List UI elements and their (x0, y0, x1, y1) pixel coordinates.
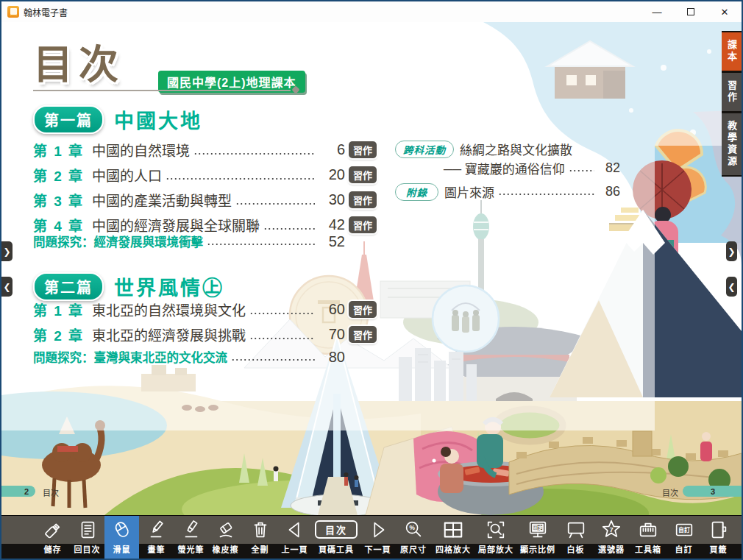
toc-row[interactable]: 第 2 章 中國的人口 20 (33, 163, 345, 185)
eraser-icon (215, 516, 237, 543)
toc-row-explore[interactable]: 問題探究：經濟發展與環境衝擊 52 (33, 232, 345, 251)
minimize-button[interactable]: — (640, 1, 674, 22)
cross-activity-subtitle: ── 寶藏巖的通俗信仰 (444, 159, 565, 177)
workbook-badge[interactable]: 習作 (349, 216, 377, 233)
four-grid-zoom-button[interactable]: 四格放大 (432, 516, 474, 559)
page-tabs-button[interactable]: 頁籤 (701, 516, 736, 559)
section-2-name: 世界風情㊤ (114, 272, 224, 301)
appendix-title: 圖片來源 (444, 182, 494, 201)
dot-leader (207, 243, 315, 246)
cross-activity-row-2[interactable]: ── 寶藏巖的通俗信仰 82 (395, 159, 620, 177)
pen-icon (146, 516, 168, 543)
delete-all-button[interactable]: 全刪 (243, 516, 277, 559)
workbook-badge[interactable]: 習作 (349, 166, 377, 183)
app-logo-icon (7, 6, 19, 18)
maximize-icon (687, 8, 694, 15)
prev-page-button[interactable]: 上一頁 (277, 516, 312, 559)
section-1-name: 中國大地 (114, 105, 202, 134)
chapter-page: 42 (319, 216, 345, 233)
right-edge-prev-button[interactable]: ❮ (726, 277, 737, 297)
custom-button[interactable]: 自訂 自訂 (666, 516, 701, 559)
toolbox-icon (637, 516, 659, 543)
tab-workbook[interactable]: 習作 (722, 73, 742, 111)
book-tab-icon (708, 516, 730, 543)
tab-textbook[interactable]: 課本 (722, 32, 742, 71)
appendix-badge: 附錄 (395, 183, 438, 201)
section-2-badge: 第二篇 (33, 272, 104, 301)
chapter-title: 中國的人口 (92, 165, 162, 185)
toolbox-button[interactable]: 工具箱 (630, 516, 666, 559)
svg-text:%: % (409, 524, 415, 531)
page-tool-button[interactable]: 目次 頁碼工具 (312, 516, 360, 559)
display-ratio-button[interactable]: 固定 顯示比例 (517, 516, 558, 559)
toc-row-explore[interactable]: 問題探究：臺灣與東北亞的文化交流 80 (33, 347, 345, 366)
pen-tool-button[interactable]: 畫筆 (139, 516, 174, 559)
chapter-page: 20 (319, 166, 345, 183)
workbook-badge[interactable]: 習作 (349, 191, 377, 208)
left-edge-next-button[interactable]: ❯ (1, 241, 13, 261)
chapter-page: 30 (319, 191, 345, 208)
trash-icon (249, 516, 271, 543)
page-title: 目次 (33, 32, 124, 91)
chapter-page: 60 (319, 301, 345, 318)
star-7-icon: 7 (600, 516, 622, 543)
right-page-number-pill: 3 (683, 486, 742, 497)
book-page-spread[interactable]: 目次 國民中學(2上)地理課本 第一篇 中國大地 第 1 章 中國的自然環境 6… (1, 22, 742, 515)
back-to-toc-button[interactable]: 回目次 (70, 516, 104, 559)
workbook-badge[interactable]: 習作 (349, 326, 377, 343)
usb-save-icon (42, 516, 64, 543)
workbook-badge[interactable]: 習作 (349, 141, 377, 158)
page-tool-box-icon: 目次 (315, 516, 358, 543)
chapter-label: 第 1 章 (33, 300, 85, 319)
zoom-percent-icon: % (402, 516, 424, 543)
magnifier-brackets-icon (485, 516, 507, 543)
whiteboard-button[interactable]: 白板 (558, 516, 593, 559)
dot-leader (193, 152, 315, 155)
close-button[interactable]: ✕ (708, 1, 742, 22)
tab-teaching-resources[interactable]: 教學資源 (722, 113, 742, 175)
save-button[interactable]: 儲存 (35, 516, 70, 559)
dot-leader (569, 169, 594, 172)
dot-leader (249, 337, 315, 340)
cross-activity-row[interactable]: 跨科活動 絲綢之路與文化擴散 (395, 140, 620, 158)
right-edge-next-button[interactable]: ❯ (726, 241, 737, 261)
title-divider (33, 90, 291, 91)
number-picker-button[interactable]: 7 選號器 (593, 516, 630, 559)
section-1-badge: 第一篇 (33, 105, 104, 134)
next-page-button[interactable]: 下一頁 (360, 516, 395, 559)
chapter-page: 6 (319, 141, 345, 158)
monitor-fixed-icon: 固定 (527, 516, 549, 543)
app-title: 翰林電子書 (24, 6, 68, 18)
dot-leader (498, 193, 594, 196)
app-window: 翰林電子書 — ✕ (0, 0, 743, 560)
maximize-button[interactable] (674, 1, 708, 22)
toc-row[interactable]: 第 1 章 中國的自然環境 6 (33, 138, 345, 160)
toc-row[interactable]: 第 2 章 東北亞的經濟發展與挑戰 70 (33, 323, 345, 345)
mouse-tool-button[interactable]: 滑鼠 (104, 516, 139, 559)
svg-text:7: 7 (609, 526, 613, 534)
original-size-button[interactable]: % 原尺寸 (395, 516, 432, 559)
appendix-row[interactable]: 附錄 圖片來源 86 (395, 182, 620, 201)
dot-leader (263, 227, 315, 230)
toc-row[interactable]: 第 3 章 中國的產業活動與轉型 30 (33, 188, 345, 210)
partial-zoom-button[interactable]: 局部放大 (474, 516, 517, 559)
chapter-label: 第 3 章 (33, 190, 85, 210)
chapter-label: 第 1 章 (33, 140, 85, 160)
svg-text:自訂: 自訂 (678, 526, 690, 534)
dot-leader (249, 312, 315, 315)
explore-title: 問題探究：臺灣與東北亞的文化交流 (33, 348, 227, 366)
chapter-label: 第 2 章 (33, 165, 85, 185)
workbook-badge[interactable]: 習作 (349, 301, 377, 318)
dot-leader (235, 202, 315, 205)
chapter-page: 70 (319, 326, 345, 343)
eraser-tool-button[interactable]: 橡皮擦 (208, 516, 243, 559)
window-controls: — ✕ (640, 1, 742, 22)
appendix-page: 86 (598, 184, 620, 199)
toc-row[interactable]: 第 1 章 東北亞的自然環境與文化 60 (33, 298, 345, 320)
explore-title: 問題探究：經濟發展與環境衝擊 (33, 233, 203, 250)
highlighter-icon (180, 516, 202, 543)
highlighter-tool-button[interactable]: 螢光筆 (174, 516, 208, 559)
left-edge-prev-button[interactable]: ❮ (1, 277, 13, 297)
chapter-label: 第 2 章 (33, 325, 85, 344)
cross-activity-badge: 跨科活動 (395, 141, 454, 158)
